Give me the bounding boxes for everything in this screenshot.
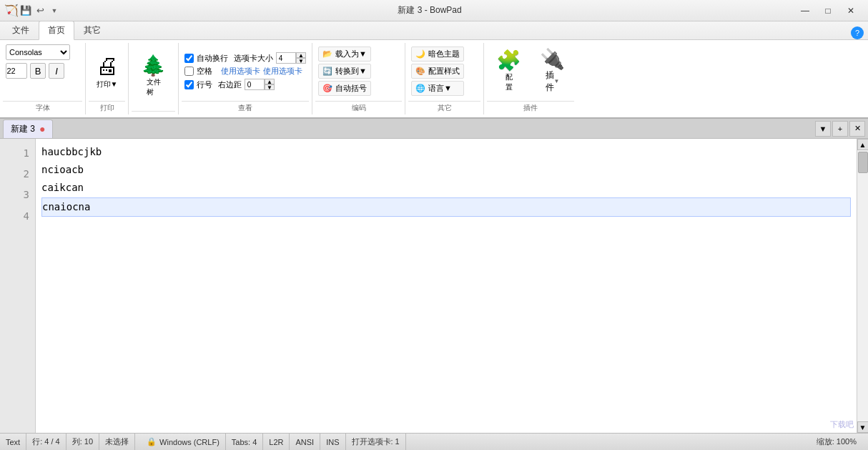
lock-icon: 🔒 [147, 437, 157, 446]
bold-button[interactable]: B [30, 63, 46, 79]
editor-container: 新建 3 ● ▼ + ✕ 1 2 3 4 haucbbcjkb ncioacb … [0, 119, 868, 433]
quick-undo-icon[interactable]: ↩ [34, 5, 46, 16]
dark-icon: 🌙 [415, 49, 425, 59]
config-plugin-label: 配置 [505, 72, 513, 92]
tab-file[interactable]: 文件 [3, 21, 39, 39]
plugins-group-label: 插件 [487, 101, 574, 114]
ribbon-group-font: Consolas B I 字体 [0, 43, 86, 114]
ribbon: Consolas B I 字体 🖨 打印▼ 打印 🌲 文件树 [0, 40, 868, 119]
status-zoom: 缩放: 100% [811, 434, 862, 450]
tab-name: 新建 3 [11, 123, 35, 135]
tab-dropdown-button[interactable]: ▼ [815, 121, 831, 137]
usetab-label: 使用选项卡 [221, 66, 260, 77]
code-line-2: ncioacb [41, 161, 851, 179]
lineno-label: 行号 [197, 79, 212, 90]
window-controls: — □ ✕ [794, 0, 862, 21]
load-as-label: 载入为▼ [335, 49, 367, 59]
tab-other[interactable]: 其它 [74, 21, 110, 39]
filetree-icon: 🌲 [141, 56, 166, 76]
dark-theme-button[interactable]: 🌙 暗色主题 [411, 47, 464, 62]
lineno-checkbox[interactable] [184, 80, 194, 89]
scroll-thumb[interactable] [858, 152, 868, 173]
plugins-button[interactable]: 🔌 插件▼ [533, 46, 571, 97]
scroll-up-button[interactable]: ▲ [857, 139, 869, 150]
tab-bar: 新建 3 ● ▼ + ✕ [0, 119, 868, 139]
auto-bracket-button[interactable]: 🎯 自动括号 [318, 81, 371, 96]
convert-to-button[interactable]: 🔄 转换到▼ [318, 64, 371, 79]
status-eol: 🔒 Windows (CRLF) [135, 434, 226, 450]
auto-bracket-label: 自动括号 [335, 83, 367, 94]
font-group-label: 字体 [3, 101, 82, 114]
other-group-label: 其它 [408, 101, 480, 114]
tabsize-input[interactable] [276, 52, 296, 64]
status-bar: Text 行: 4 / 4 列: 10 未选择 🔒 Windows (CRLF)… [0, 433, 868, 450]
tabsize-spinner: ▲ ▼ [276, 52, 306, 64]
autowrap-checkbox[interactable] [184, 54, 194, 63]
status-mode: INS [320, 434, 345, 450]
code-line-1: haucbbcjkb [41, 143, 851, 161]
ribbon-group-plugins: 🧩 配置 🔌 插件▼ 插件 [484, 43, 577, 114]
tab-home[interactable]: 首页 [39, 21, 74, 40]
enc-controls: 📂 载入为▼ 🔄 转换到▼ 🎯 自动括号 [318, 47, 371, 96]
status-type: Text [6, 434, 26, 450]
space-checkbox[interactable] [184, 67, 194, 76]
status-direction: L2R [263, 434, 290, 450]
font-family-select[interactable]: Consolas [6, 44, 70, 60]
close-button[interactable]: ✕ [839, 0, 862, 21]
autowrap-row: 自动换行 选项卡大小 ▲ ▼ [184, 52, 306, 64]
watermark: 下载吧 [830, 419, 854, 430]
language-label: 语言▼ [428, 83, 452, 94]
vertical-scrollbar[interactable]: ▲ ▼ [857, 139, 868, 433]
filetree-button[interactable]: 🌲 文件树 [134, 52, 172, 101]
tabsize-down[interactable]: ▼ [296, 58, 306, 64]
code-line-4: cnaiocna [41, 197, 851, 217]
title-bar: 🏹 💾 ↩ ▼ 新建 3 - BowPad — □ ✕ [0, 0, 868, 21]
line-numbers: 1 2 3 4 [0, 139, 36, 433]
convert-to-label: 转换到▼ [335, 66, 367, 77]
status-charset: ANSI [290, 434, 320, 450]
usetab-text: 使用选项卡 [263, 66, 302, 77]
print-icon: 🖨 [96, 53, 119, 79]
line-num-2: 2 [24, 164, 29, 185]
config-plugin-button[interactable]: 🧩 配置 [490, 47, 528, 96]
status-selection: 未选择 [99, 434, 135, 450]
language-button[interactable]: 🌐 语言▼ [411, 81, 464, 96]
rightmargin-down[interactable]: ▼ [265, 84, 275, 90]
config-plugin-icon: 🧩 [496, 51, 521, 71]
status-position: 行: 4 / 4 [26, 434, 66, 450]
load-icon: 📂 [322, 49, 332, 59]
font-size-input[interactable] [6, 63, 27, 79]
encoding-group-label: 编码 [315, 101, 402, 114]
editor-tab[interactable]: 新建 3 ● [3, 119, 53, 138]
status-open-tabs: 打开选项卡: 1 [346, 434, 406, 450]
window-title: 新建 3 - BowPad [66, 4, 794, 16]
new-tab-button[interactable]: + [832, 121, 848, 137]
load-as-button[interactable]: 📂 载入为▼ [318, 47, 371, 62]
autowrap-label: 自动换行 [197, 53, 228, 64]
print-label: 打印▼ [97, 79, 118, 89]
config-icon: 🎨 [415, 67, 425, 76]
italic-button[interactable]: I [49, 63, 64, 79]
maximize-button[interactable]: □ [817, 0, 839, 21]
scroll-track[interactable] [857, 150, 868, 421]
close-tab-button[interactable]: ✕ [849, 121, 865, 137]
quick-save-icon[interactable]: 💾 [20, 5, 31, 16]
plugins-icon: 🔌 [540, 49, 565, 69]
ribbon-group-view: 自动换行 选项卡大小 ▲ ▼ 空格 使用选项卡 使用选项卡 [179, 43, 312, 114]
rightmargin-input[interactable] [245, 79, 265, 90]
ribbon-group-encoding: 📂 载入为▼ 🔄 转换到▼ 🎯 自动括号 编码 [312, 43, 405, 114]
print-button[interactable]: 🖨 打印▼ [94, 51, 121, 92]
help-icon[interactable]: ? [851, 26, 864, 39]
rightmargin-label: 右边距 [218, 79, 242, 90]
editor-text-area[interactable]: haucbbcjkb ncioacb caikcan cnaiocna [36, 139, 857, 433]
view-controls: 自动换行 选项卡大小 ▲ ▼ 空格 使用选项卡 使用选项卡 [184, 52, 306, 90]
config-style-button[interactable]: 🎨 配置样式 [411, 64, 464, 79]
space-label: 空格 [197, 66, 212, 77]
minimize-button[interactable]: — [794, 0, 817, 21]
space-row: 空格 使用选项卡 使用选项卡 [184, 66, 306, 77]
quick-access-dropdown[interactable]: ▼ [49, 5, 60, 16]
bracket-icon: 🎯 [322, 84, 332, 93]
filetree-group-label [132, 111, 175, 114]
tabsize-spinner-btns: ▲ ▼ [296, 52, 306, 64]
scroll-down-button[interactable]: ▼ [857, 421, 869, 433]
